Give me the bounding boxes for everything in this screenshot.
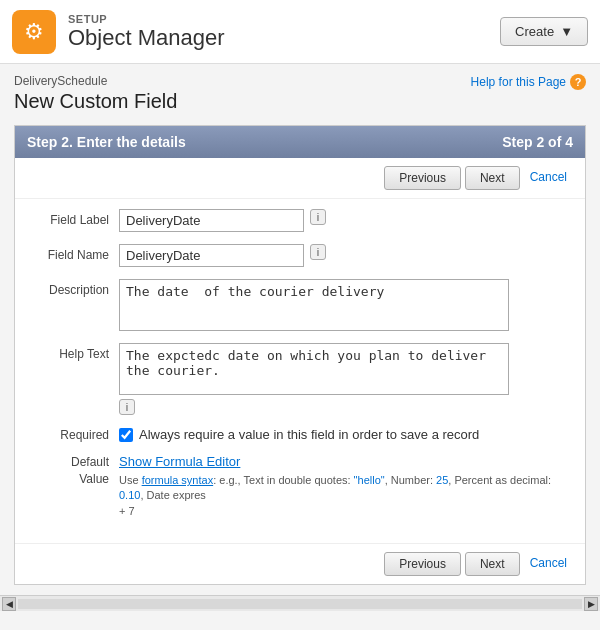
- top-button-bar: Previous Next Cancel: [15, 158, 585, 199]
- form-area: Field Label i Field Name i Description T…: [15, 199, 585, 539]
- help-text-label: Help Text: [29, 343, 119, 361]
- description-row: Description The date of the courier deli…: [29, 279, 571, 331]
- default-value-label: DefaultValue: [29, 454, 119, 488]
- cancel-link-top[interactable]: Cancel: [524, 166, 573, 190]
- previous-button-top[interactable]: Previous: [384, 166, 461, 190]
- formula-syntax-link[interactable]: formula syntax: [142, 474, 214, 486]
- required-text: Always require a value in this field in …: [139, 427, 479, 442]
- previous-button-bottom[interactable]: Previous: [384, 552, 461, 576]
- scroll-left-arrow[interactable]: ◀: [2, 597, 16, 611]
- field-name-field: i: [119, 244, 571, 267]
- page-content: DeliverySchedule New Custom Field Help f…: [0, 64, 600, 595]
- step-header: Step 2. Enter the details Step 2 of 4: [15, 126, 585, 158]
- field-label-row: Field Label i: [29, 209, 571, 232]
- field-name-info-icon[interactable]: i: [310, 244, 326, 260]
- help-icon: ?: [570, 74, 586, 90]
- scroll-right-arrow[interactable]: ▶: [584, 597, 598, 611]
- scroll-track[interactable]: [18, 599, 582, 609]
- cancel-link-bottom[interactable]: Cancel: [524, 552, 573, 576]
- step-label: Step 2. Enter the details: [27, 134, 186, 150]
- header: ⚙ SETUP Object Manager Create ▼: [0, 0, 600, 64]
- help-link-text: Help for this Page: [471, 75, 566, 89]
- header-text: SETUP Object Manager: [68, 13, 225, 51]
- setup-label: SETUP: [68, 13, 225, 25]
- create-button-label: Create: [515, 24, 554, 39]
- description-label: Description: [29, 279, 119, 297]
- field-label-input[interactable]: [119, 209, 304, 232]
- formula-hint: Use formula syntax: e.g., Text in double…: [119, 473, 571, 519]
- app-title: Object Manager: [68, 25, 225, 51]
- help-text-textarea[interactable]: The expctedc date on which you plan to d…: [119, 343, 509, 395]
- help-link[interactable]: Help for this Page ?: [471, 74, 586, 90]
- gear-icon: ⚙: [12, 10, 56, 54]
- page-title: New Custom Field: [14, 90, 177, 113]
- field-label-field: i: [119, 209, 571, 232]
- header-left: ⚙ SETUP Object Manager: [12, 10, 225, 54]
- required-checkbox[interactable]: [119, 428, 133, 442]
- bottom-button-bar: Previous Next Cancel: [15, 543, 585, 584]
- step-box: Step 2. Enter the details Step 2 of 4 Pr…: [14, 125, 586, 585]
- page-title-text: New Custom Field: [14, 90, 177, 113]
- description-field: The date of the courier delivery: [119, 279, 571, 331]
- field-name-input[interactable]: [119, 244, 304, 267]
- dropdown-arrow-icon: ▼: [560, 24, 573, 39]
- required-row: Required Always require a value in this …: [29, 427, 571, 442]
- step-info: Step 2 of 4: [502, 134, 573, 150]
- create-button[interactable]: Create ▼: [500, 17, 588, 46]
- next-button-top[interactable]: Next: [465, 166, 520, 190]
- description-textarea[interactable]: The date of the courier delivery: [119, 279, 509, 331]
- field-name-label: Field Name: [29, 244, 119, 262]
- help-text-row: Help Text The expctedc date on which you…: [29, 343, 571, 415]
- default-value-field: Show Formula Editor Use formula syntax: …: [119, 454, 571, 519]
- breadcrumb: DeliverySchedule: [14, 74, 177, 88]
- required-field: Always require a value in this field in …: [119, 427, 479, 442]
- default-value-row: DefaultValue Show Formula Editor Use for…: [29, 454, 571, 519]
- horizontal-scrollbar[interactable]: ◀ ▶: [0, 595, 600, 611]
- field-name-row: Field Name i: [29, 244, 571, 267]
- field-label-label: Field Label: [29, 209, 119, 227]
- show-formula-link[interactable]: Show Formula Editor: [119, 454, 240, 469]
- field-label-info-icon[interactable]: i: [310, 209, 326, 225]
- required-label: Required: [29, 428, 119, 442]
- next-button-bottom[interactable]: Next: [465, 552, 520, 576]
- help-text-info-icon[interactable]: i: [119, 399, 135, 415]
